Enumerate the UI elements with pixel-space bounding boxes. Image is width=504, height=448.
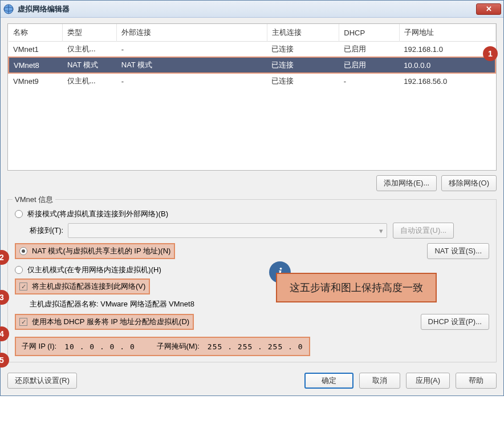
cell: - [339,73,399,88]
cell: - [117,42,267,58]
remove-network-button[interactable]: 移除网络(O) [441,175,497,191]
cell: 已启用 [339,42,399,58]
bridge-mode-radio-row[interactable]: 桥接模式(将虚拟机直接连接到外部网络)(B) [15,209,489,219]
cell: 已连接 [267,57,339,73]
restore-default-button[interactable]: 还原默认设置(R) [7,373,77,389]
window-title: 虚拟网络编辑器 [18,4,476,14]
subnet-mask-input[interactable]: 255 . 255 . 255 . 0 [208,342,303,351]
cell: 已连接 [267,73,339,88]
auto-settings-button[interactable]: 自动设置(U)... [393,223,454,239]
connect-host-label: 将主机虚拟适配器连接到此网络(V) [32,281,145,292]
cell: 已连接 [267,42,339,58]
titlebar: 虚拟网络编辑器 ✕ [1,1,503,18]
col-dhcp[interactable]: DHCP [339,24,399,42]
network-table: 名称 类型 外部连接 主机连接 DHCP 子网地址 VMnet1 仅主机... [7,23,497,171]
add-network-button[interactable]: 添加网络(E)... [376,175,437,191]
window: 虚拟网络编辑器 ✕ 名称 类型 外部连接 主机连接 DHCP 子网地址 [0,0,504,396]
bridge-mode-label: 桥接模式(将虚拟机直接连接到外部网络)(B) [27,209,168,219]
content-area: 名称 类型 外部连接 主机连接 DHCP 子网地址 VMnet1 仅主机... [1,18,503,395]
cell: VMnet8 [9,57,63,73]
connect-host-highlight: 将主机虚拟适配器连接到此网络(V) [15,279,150,294]
nat-mode-row-highlight: NAT 模式(与虚拟机共享主机的 IP 地址)(N) [15,243,175,259]
col-ext[interactable]: 外部连接 [117,24,267,42]
bottom-button-row: 还原默认设置(R) 确定 取消 应用(A) 帮助 [7,373,497,389]
subnet-highlight: 子网 IP (I): 10 . 0 . 0 . 0 子网掩码(M): 255 .… [15,337,310,356]
subnet-ip-input[interactable]: 10 . 0 . 0 . 0 [64,342,135,351]
dhcp-settings-button[interactable]: DHCP 设置(P)... [421,314,489,330]
use-dhcp-label: 使用本地 DHCP 服务将 IP 地址分配给虚拟机(D) [32,317,189,327]
subnet-ip-label: 子网 IP (I): [22,341,56,352]
apply-button[interactable]: 应用(A) [406,373,450,389]
step-marker-1: 1 [483,46,498,61]
checkbox-icon[interactable] [19,318,27,326]
subnet-mask-label: 子网掩码(M): [157,341,200,352]
callout-box: 这五步请和图上保持高度一致 [276,273,437,302]
cell: VMnet9 [9,73,63,88]
callout-text: 这五步请和图上保持高度一致 [276,273,437,302]
step-marker-5: 5 [0,353,9,368]
cancel-button[interactable]: 取消 [359,373,400,389]
ok-button[interactable]: 确定 [304,373,353,389]
cell: NAT 模式 [63,57,117,73]
radio-icon [15,266,23,274]
table-toolbar: 添加网络(E)... 移除网络(O) [7,175,497,191]
table-row[interactable]: VMnet1 仅主机... - 已连接 已启用 192.168.1.0 [9,42,495,58]
bridge-to-label: 桥接到(T): [30,225,63,236]
checkbox-icon[interactable] [19,282,27,290]
cell: VMnet1 [9,42,63,58]
cell: - [117,73,267,88]
cell: 已启用 [339,57,399,73]
col-type[interactable]: 类型 [63,24,117,42]
vmnet-info-fieldset: VMnet 信息 桥接模式(将虚拟机直接连接到外部网络)(B) 桥接到(T): … [7,199,497,362]
step-marker-2: 2 [0,250,9,265]
help-button[interactable]: 帮助 [456,373,497,389]
chevron-down-icon: ▾ [379,227,383,235]
cell: NAT 模式 [117,57,267,73]
fieldset-legend: VMnet 信息 [13,195,55,205]
host-only-label: 仅主机模式(在专用网络内连接虚拟机)(H) [27,265,161,275]
cell: 10.0.0.0 [399,57,495,73]
cell: 仅主机... [63,42,117,58]
col-subnet[interactable]: 子网地址 [399,24,495,42]
col-host[interactable]: 主机连接 [267,24,339,42]
bridge-to-select[interactable]: ▾ [68,223,387,238]
close-button[interactable]: ✕ [476,3,501,15]
radio-icon [15,210,23,218]
step-marker-3: 3 [0,290,9,305]
table-row[interactable]: VMnet8 NAT 模式 NAT 模式 已连接 已启用 10.0.0.0 [9,57,495,73]
cell: 仅主机... [63,73,117,88]
cell: 192.168.1.0 [399,42,495,58]
col-name[interactable]: 名称 [9,24,63,42]
table-header-row: 名称 类型 外部连接 主机连接 DHCP 子网地址 [9,24,495,42]
nat-mode-label: NAT 模式(与虚拟机共享主机的 IP 地址)(N) [32,246,170,256]
radio-icon[interactable] [19,247,27,255]
nat-settings-button[interactable]: NAT 设置(S)... [427,243,489,259]
step-marker-4: 4 [0,326,9,341]
app-icon [3,3,14,15]
bridge-to-row: 桥接到(T): ▾ 自动设置(U)... [30,223,489,239]
table-row[interactable]: VMnet9 仅主机... - 已连接 - 192.168.56.0 [9,73,495,88]
dhcp-check-highlight: 使用本地 DHCP 服务将 IP 地址分配给虚拟机(D) [15,314,194,330]
cell: 192.168.56.0 [399,73,495,88]
